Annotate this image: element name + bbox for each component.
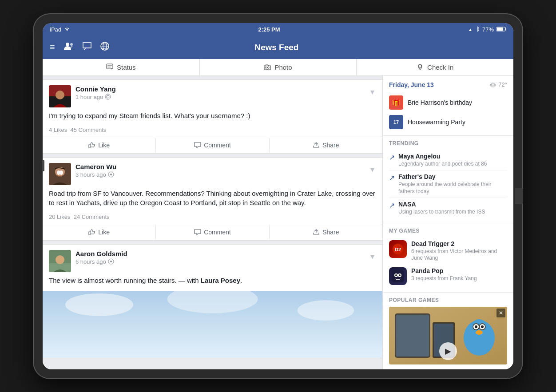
- svg-point-28: [110, 174, 112, 175]
- svg-point-38: [490, 85, 496, 87]
- photo-button[interactable]: Photo: [200, 59, 357, 75]
- popular-games-title: POPULAR GAMES: [389, 297, 507, 303]
- post-meta: Connie Yang 1 hour ago: [75, 85, 369, 100]
- sidebar-weather: 72°: [489, 81, 507, 88]
- svg-point-19: [107, 95, 109, 98]
- post-body: I'm trying to expand my Steam friends li…: [43, 111, 382, 125]
- post-action-row: Like Comment Share: [43, 224, 382, 240]
- page-title: News Feed: [109, 43, 444, 52]
- battery-icon: [496, 26, 506, 33]
- svg-rect-2: [497, 28, 503, 31]
- location-icon: ▲: [468, 27, 473, 32]
- trending-arrow-icon: ↗: [389, 153, 395, 162]
- globe-icon[interactable]: [100, 42, 109, 53]
- svg-rect-41: [392, 270, 404, 282]
- my-games-title: MY GAMES: [389, 228, 507, 234]
- photo-label: Photo: [274, 63, 292, 71]
- news-feed[interactable]: Connie Yang 1 hour ago ▾ I'm trying to e…: [43, 76, 382, 369]
- svg-point-37: [298, 300, 354, 321]
- post-time: 1 hour ago: [75, 94, 369, 100]
- post-actions-bar: Status Photo Check In: [43, 59, 513, 76]
- trending-section: TRENDING ↗ Maya Angelou Legendary author…: [383, 136, 513, 223]
- svg-rect-48: [396, 315, 429, 356]
- sidebar-date-section: Friday, June 13 72° 🎁 Brie Harrison's bi…: [383, 76, 513, 136]
- post-body: Road trip from SF to Vancouver. Recommen…: [43, 189, 382, 212]
- svg-point-14: [267, 67, 268, 68]
- comment-button[interactable]: Comment: [156, 138, 269, 152]
- trending-topic-title: NASA: [398, 201, 507, 208]
- trending-title: TRENDING: [389, 140, 507, 147]
- menu-button[interactable]: ≡: [50, 42, 55, 52]
- post-action-row: Like Comment Share: [43, 137, 382, 153]
- calendar-icon: 17: [389, 115, 403, 129]
- svg-point-31: [56, 255, 64, 264]
- ipad-frame: iPad 2:25 PM ▲ 77% ≡: [34, 14, 522, 378]
- trending-topic-sub: Using lasers to transmit from the ISS: [398, 209, 507, 216]
- svg-text:D2: D2: [395, 247, 401, 252]
- volume-button: [42, 160, 44, 171]
- share-button[interactable]: Share: [270, 225, 382, 239]
- share-button[interactable]: Share: [270, 138, 382, 152]
- game-item: D2 Dead Trigger 2 6 requests from Victor…: [389, 238, 507, 265]
- comment-button[interactable]: Comment: [156, 225, 269, 239]
- svg-rect-10: [107, 64, 113, 69]
- game-text: Panda Pop 3 requests from Frank Yang: [411, 267, 507, 282]
- birthday-label: Brie Harrison's birthday: [408, 99, 472, 106]
- svg-point-26: [60, 170, 63, 175]
- close-button[interactable]: ✕: [496, 309, 505, 317]
- svg-point-52: [470, 319, 488, 339]
- post-image: [43, 291, 382, 358]
- sidebar-date: Friday, June 13: [389, 81, 434, 88]
- sidebar: Friday, June 13 72° 🎁 Brie Harrison's bi…: [382, 76, 513, 369]
- checkin-label: Check In: [427, 63, 453, 71]
- post-dropdown[interactable]: ▾: [369, 163, 376, 176]
- post-body: The view is almost worth running the sta…: [43, 276, 382, 289]
- post-stats: 20 Likes 24 Comments: [43, 212, 382, 224]
- trending-arrow-icon: ↗: [389, 201, 395, 210]
- post-author: Connie Yang: [75, 85, 369, 93]
- post-card: Connie Yang 1 hour ago ▾ I'm trying to e…: [43, 79, 382, 154]
- birthday-icon: 🎁: [389, 95, 403, 110]
- friends-icon[interactable]: [64, 42, 74, 52]
- bluetooth-icon: [475, 26, 480, 33]
- game-text: Dead Trigger 2 6 requests from Victor Me…: [411, 240, 507, 262]
- svg-point-3: [66, 43, 69, 46]
- ipad-label: iPad: [50, 26, 61, 33]
- panda-pop-icon: [389, 267, 407, 285]
- svg-point-35: [65, 293, 133, 316]
- svg-point-45: [399, 274, 401, 276]
- home-button[interactable]: [515, 188, 523, 204]
- status-time: 2:25 PM: [258, 26, 280, 33]
- game-title: Dead Trigger 2: [411, 240, 507, 247]
- post-stats: 4 Likes 45 Comments: [43, 125, 382, 137]
- popular-games-banner: ✕ ▶: [389, 307, 507, 364]
- svg-point-15: [419, 65, 421, 67]
- dead-trigger-2-icon: D2: [389, 240, 407, 258]
- popular-games-section: POPULAR GAMES: [383, 293, 513, 364]
- game-sub: 3 requests from Frank Yang: [411, 275, 507, 282]
- trending-item: ↗ Maya Angelou Legendary author and poet…: [389, 150, 507, 171]
- main-content: Connie Yang 1 hour ago ▾ I'm trying to e…: [43, 76, 513, 369]
- post-dropdown[interactable]: ▾: [369, 250, 376, 263]
- messages-icon[interactable]: [83, 42, 91, 52]
- status-bar: iPad 2:25 PM ▲ 77%: [43, 23, 513, 36]
- checkin-button[interactable]: Check In: [357, 59, 513, 75]
- like-button[interactable]: Like: [43, 138, 156, 152]
- facebook-nav-bar: ≡ News Feed: [43, 36, 513, 59]
- ipad-screen: iPad 2:25 PM ▲ 77% ≡: [43, 23, 513, 369]
- trending-text: NASA Using lasers to transmit from the I…: [398, 201, 507, 216]
- post-header: Aaron Goldsmid 6 hours ago ▾: [43, 245, 382, 276]
- post-dropdown[interactable]: ▾: [369, 85, 376, 99]
- wifi-icon: [64, 26, 70, 33]
- post-card: Aaron Goldsmid 6 hours ago ▾ The view is…: [43, 244, 382, 358]
- play-button[interactable]: ▶: [439, 342, 457, 360]
- svg-point-57: [476, 330, 483, 335]
- svg-point-56: [481, 325, 484, 328]
- status-label: Status: [117, 63, 136, 71]
- my-games-section: MY GAMES D2 Dead Trigger 2 6 requests fr…: [383, 223, 513, 293]
- like-button[interactable]: Like: [43, 225, 156, 239]
- trending-item: ↗ Father's Day People around the world c…: [389, 170, 507, 198]
- svg-point-18: [56, 91, 64, 99]
- trending-topic-title: Maya Angelou: [398, 153, 507, 160]
- status-button[interactable]: Status: [43, 59, 200, 75]
